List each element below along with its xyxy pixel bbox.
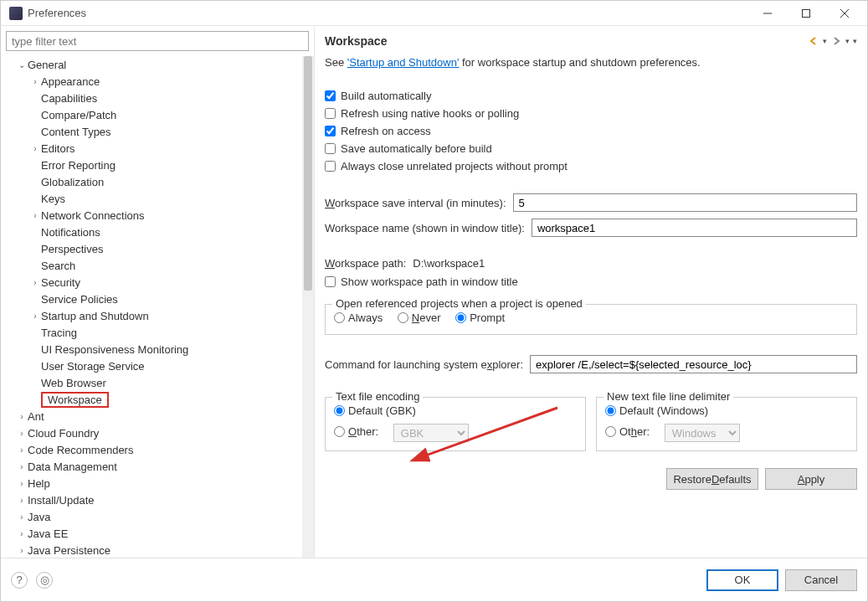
tree-item-install-update[interactable]: ›Install/Update: [1, 491, 302, 508]
show-workspace-path-check[interactable]: Show workspace path in window title: [325, 275, 857, 288]
tree-scrollbar[interactable]: [302, 56, 314, 558]
tree-item-java-ee[interactable]: ›Java EE: [1, 525, 302, 542]
tree-item-label: Service Policies: [41, 293, 118, 306]
tree-item-ant[interactable]: ›Ant: [1, 408, 302, 424]
back-menu-caret[interactable]: ▾: [823, 37, 827, 45]
restore-defaults-button[interactable]: Restore Defaults: [666, 468, 758, 490]
help-icon[interactable]: ?: [11, 572, 28, 589]
tree-item-ui-responsiveness-monitoring[interactable]: UI Responsiveness Monitoring: [1, 341, 302, 358]
encoding-default-radio[interactable]: Default (GBK): [334, 404, 416, 417]
preference-tree[interactable]: ⌄General›AppearanceCapabilitiesCompare/P…: [1, 56, 302, 558]
tree-item-label: Workspace: [41, 392, 109, 408]
tree-item-help[interactable]: ›Help: [1, 475, 302, 491]
explorer-command-input[interactable]: [530, 355, 857, 373]
back-icon[interactable]: [808, 35, 819, 47]
expand-icon[interactable]: ›: [29, 278, 41, 287]
expand-icon[interactable]: ›: [29, 311, 41, 321]
tree-item-perspectives[interactable]: Perspectives: [1, 240, 302, 257]
expand-icon[interactable]: ›: [16, 429, 28, 438]
expand-icon[interactable]: ›: [16, 529, 28, 538]
workspace-path-label: Workspace path:: [325, 257, 406, 270]
tree-item-search[interactable]: Search: [1, 257, 302, 274]
close-unrelated-check[interactable]: Always close unrelated projects without …: [325, 160, 857, 172]
oomph-icon[interactable]: ◎: [36, 572, 53, 589]
tree-item-label: Startup and Shutdown: [41, 310, 149, 322]
tree-item-service-policies[interactable]: Service Policies: [1, 291, 302, 307]
delimiter-group: New text file line delimiter Default (Wi…: [596, 397, 857, 451]
delimiter-select[interactable]: Windows: [665, 424, 740, 442]
expand-icon[interactable]: ⌄: [16, 60, 28, 69]
expand-icon[interactable]: ›: [16, 496, 28, 505]
tree-item-user-storage-service[interactable]: User Storage Service: [1, 358, 302, 374]
tree-item-compare-patch[interactable]: Compare/Patch: [1, 106, 302, 123]
openref-always-radio[interactable]: Always: [334, 311, 383, 324]
tree-item-label: Java Persistence: [28, 544, 110, 557]
tree-item-editors[interactable]: ›Editors: [1, 140, 302, 157]
workspace-name-label: Workspace name (shown in window title):: [325, 222, 525, 234]
workspace-name-input[interactable]: [532, 219, 857, 237]
page-title: Workspace: [325, 34, 808, 48]
expand-icon[interactable]: ›: [29, 77, 41, 86]
ok-button[interactable]: OK: [706, 569, 778, 591]
tree-item-code-recommenders[interactable]: ›Code Recommenders: [1, 441, 302, 458]
openref-prompt-radio[interactable]: Prompt: [455, 311, 505, 324]
tree-item-label: Code Recommenders: [28, 444, 133, 456]
refresh-on-access-check[interactable]: Refresh on access: [325, 125, 857, 137]
explorer-command-label: Command for launching system explorer:: [325, 358, 523, 371]
tree-item-startup-and-shutdown[interactable]: ›Startup and Shutdown: [1, 307, 302, 324]
tree-item-globalization[interactable]: Globalization: [1, 173, 302, 190]
tree-item-capabilities[interactable]: Capabilities: [1, 90, 302, 106]
save-interval-input[interactable]: [513, 193, 857, 212]
tree-item-label: Capabilities: [41, 92, 97, 105]
expand-icon[interactable]: ›: [16, 462, 28, 471]
tree-item-general[interactable]: ⌄General: [1, 56, 302, 73]
expand-icon[interactable]: ›: [16, 445, 28, 455]
build-automatically-check[interactable]: Build automatically: [325, 90, 857, 102]
forward-menu-caret[interactable]: ▾: [845, 37, 850, 45]
close-button[interactable]: [825, 1, 864, 26]
tree-item-web-browser[interactable]: Web Browser: [1, 374, 302, 391]
refresh-native-check[interactable]: Refresh using native hooks or polling: [325, 107, 857, 120]
tree-item-label: Security: [41, 276, 80, 289]
tree-item-content-types[interactable]: Content Types: [1, 123, 302, 140]
tree-item-data-management[interactable]: ›Data Management: [1, 458, 302, 475]
tree-item-keys[interactable]: Keys: [1, 190, 302, 207]
tree-item-security[interactable]: ›Security: [1, 274, 302, 291]
apply-button[interactable]: Apply: [765, 468, 857, 490]
tree-item-label: Install/Update: [28, 494, 95, 507]
minimize-button[interactable]: [748, 1, 787, 26]
forward-icon[interactable]: [830, 35, 842, 47]
expand-icon[interactable]: ›: [29, 144, 41, 153]
tree-item-java[interactable]: ›Java: [1, 508, 302, 525]
tree-item-cloud-foundry[interactable]: ›Cloud Foundry: [1, 424, 302, 441]
tree-item-error-reporting[interactable]: Error Reporting: [1, 157, 302, 173]
tree-item-label: Perspectives: [41, 243, 103, 255]
expand-icon[interactable]: ›: [16, 412, 28, 421]
tree-item-notifications[interactable]: Notifications: [1, 224, 302, 240]
save-before-build-check[interactable]: Save automatically before build: [325, 142, 857, 155]
expand-icon[interactable]: ›: [16, 479, 28, 488]
titlebar: Preferences: [1, 1, 867, 26]
encoding-select[interactable]: GBK: [393, 424, 469, 442]
tree-item-workspace[interactable]: Workspace: [1, 391, 302, 408]
delimiter-other-radio[interactable]: Other:: [605, 425, 650, 438]
openref-never-radio[interactable]: Never: [398, 311, 441, 324]
delimiter-default-radio[interactable]: Default (Windows): [605, 404, 708, 417]
tree-item-tracing[interactable]: Tracing: [1, 324, 302, 341]
cancel-button[interactable]: Cancel: [785, 569, 857, 591]
expand-icon[interactable]: ›: [29, 211, 41, 220]
tree-item-network-connections[interactable]: ›Network Connections: [1, 207, 302, 224]
tree-item-label: Notifications: [41, 226, 100, 239]
maximize-button[interactable]: [787, 1, 825, 26]
tree-item-java-persistence[interactable]: ›Java Persistence: [1, 542, 302, 558]
tree-item-appearance[interactable]: ›Appearance: [1, 73, 302, 90]
tree-item-label: Error Reporting: [41, 159, 116, 172]
page-description: See 'Startup and Shutdown' for workspace…: [325, 56, 857, 69]
tree-item-label: General: [28, 59, 66, 71]
expand-icon[interactable]: ›: [16, 512, 28, 522]
view-menu-caret[interactable]: ▾: [853, 37, 857, 45]
encoding-other-radio[interactable]: Other:: [334, 425, 378, 438]
expand-icon[interactable]: ›: [16, 546, 28, 555]
filter-input[interactable]: [6, 31, 309, 51]
startup-shutdown-link[interactable]: 'Startup and Shutdown': [347, 56, 460, 69]
